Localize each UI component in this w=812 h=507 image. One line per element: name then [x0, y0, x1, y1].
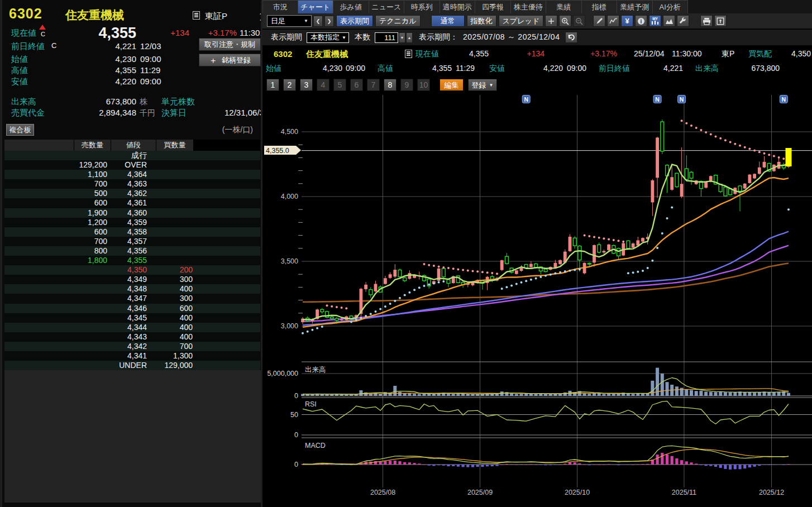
- order-book-row[interactable]: 4,342700: [4, 342, 260, 351]
- page-button-1[interactable]: 1: [266, 79, 279, 91]
- svg-text:50: 50: [290, 411, 298, 419]
- tab-適時開示[interactable]: 適時開示: [440, 0, 476, 13]
- page-button-7[interactable]: 7: [367, 79, 380, 91]
- display-period-button[interactable]: 表示期間: [336, 15, 373, 27]
- document-icon[interactable]: [193, 11, 200, 22]
- page-button-8[interactable]: 8: [384, 79, 397, 91]
- order-book-price: 4,349: [107, 275, 147, 284]
- my-chart-icon[interactable]: MY: [649, 15, 661, 27]
- order-book-row[interactable]: 7004,357: [4, 237, 260, 246]
- count-decrement-button[interactable]: ▼: [399, 32, 405, 43]
- page-button-3[interactable]: 3: [300, 79, 313, 91]
- prev-close-date: 12/03: [140, 41, 161, 51]
- tab-四季報[interactable]: 四季報: [475, 0, 511, 13]
- trendline-icon[interactable]: [607, 15, 619, 27]
- prev-button[interactable]: ❮: [313, 16, 323, 27]
- page-button-4[interactable]: 4: [317, 79, 329, 91]
- order-book-row[interactable]: 5004,362: [4, 189, 260, 198]
- tab-チャート[interactable]: チャート: [298, 0, 334, 13]
- page-button-9[interactable]: 9: [400, 79, 413, 91]
- order-book-sell: 700: [4, 179, 107, 189]
- order-book-buy: [147, 227, 193, 237]
- pencil-icon[interactable]: [593, 15, 605, 27]
- order-book-row[interactable]: 成行: [4, 151, 260, 160]
- display-range-label: 表示期間：: [419, 32, 458, 42]
- open-time: 09:00: [140, 54, 161, 64]
- technical-button[interactable]: テクニカル: [375, 15, 421, 27]
- order-book-row[interactable]: 4,344400: [4, 323, 260, 332]
- order-book-row[interactable]: 1,1004,364: [4, 170, 260, 179]
- svg-text:N: N: [524, 96, 528, 103]
- trade-caution-button[interactable]: 取引注意・規制: [199, 38, 261, 51]
- order-book-row[interactable]: 6004,361: [4, 198, 260, 208]
- order-book-row[interactable]: 129,200OVER: [4, 160, 260, 170]
- order-book-row[interactable]: 4,350200: [4, 265, 260, 275]
- order-book-row[interactable]: 1,2004,359: [4, 218, 260, 227]
- reset-period-button[interactable]: [565, 32, 577, 43]
- bar-count-label: 本数: [355, 32, 370, 42]
- tab-AI分析[interactable]: AI分析: [653, 0, 689, 13]
- order-book-row[interactable]: 4,349300: [4, 275, 260, 284]
- tab-株主優待[interactable]: 株主優待: [511, 0, 547, 13]
- chart-change: +134: [511, 49, 544, 58]
- timeframe-select[interactable]: 日足▼: [267, 15, 312, 27]
- period-mode-select[interactable]: 本数指定▼: [307, 32, 349, 43]
- tab-ニュース[interactable]: ニュース: [369, 0, 405, 13]
- order-book-row[interactable]: 4,3411,300: [4, 351, 260, 361]
- tab-業績予測[interactable]: 業績予測: [617, 0, 653, 13]
- svg-text:N: N: [655, 96, 660, 103]
- area-chart-icon[interactable]: [663, 15, 675, 27]
- tab-市況[interactable]: 市況: [262, 0, 298, 13]
- order-book-row[interactable]: 8004,356: [4, 246, 260, 256]
- composite-board-button[interactable]: 複合板: [6, 124, 34, 136]
- volume-unit: 株: [140, 97, 147, 107]
- wrench-icon[interactable]: [677, 15, 689, 27]
- tab-時系列[interactable]: 時系列: [404, 0, 440, 13]
- edit-button[interactable]: 編集: [440, 79, 464, 91]
- page-button-10[interactable]: 10: [417, 79, 430, 91]
- order-book-buy: 400: [147, 284, 193, 294]
- plus-icon[interactable]: [545, 15, 557, 27]
- count-increment-button[interactable]: ▲: [406, 32, 413, 43]
- order-book-buy: 400: [147, 313, 193, 323]
- bid-quote-label: 買気配: [748, 49, 772, 59]
- svg-text:MACD: MACD: [305, 442, 326, 449]
- page-button-6[interactable]: 6: [350, 79, 363, 91]
- normal-button[interactable]: 通常: [431, 15, 465, 27]
- tab-業績[interactable]: 業績: [546, 0, 582, 13]
- order-book-row[interactable]: 4,347300: [4, 294, 260, 303]
- order-book-buy: 600: [147, 304, 193, 313]
- tab-指標[interactable]: 指標: [582, 0, 618, 13]
- document-icon[interactable]: [405, 50, 412, 60]
- next-button[interactable]: ❯: [324, 16, 334, 27]
- printer-icon[interactable]: [700, 15, 713, 27]
- order-book-row[interactable]: 7004,363: [4, 179, 260, 189]
- order-book-sell: [4, 313, 107, 323]
- chart-open-label: 始値: [266, 64, 281, 74]
- info-icon[interactable]: i: [635, 15, 647, 27]
- order-book-row[interactable]: 4,346600: [4, 304, 260, 313]
- up-arrow-icon: [39, 25, 46, 30]
- order-book-row[interactable]: 4,348400: [4, 284, 260, 294]
- order-book-row[interactable]: 6004,358: [4, 227, 260, 237]
- order-book-row[interactable]: 1,9004,360: [4, 208, 260, 218]
- export-icon[interactable]: [714, 15, 727, 27]
- zoom-out-icon[interactable]: [573, 15, 585, 27]
- order-book-row[interactable]: 4,343400: [4, 332, 260, 342]
- page-button-2[interactable]: 2: [283, 79, 296, 91]
- bar-count-input[interactable]: 111: [375, 32, 398, 43]
- indexed-button[interactable]: 指数化: [467, 15, 496, 27]
- register-button[interactable]: 登録▼: [468, 79, 497, 91]
- zoom-in-icon[interactable]: [559, 15, 571, 27]
- page-button-5[interactable]: 5: [333, 79, 346, 91]
- order-book-row[interactable]: UNDER129,000: [4, 361, 260, 370]
- order-book-price: 成行: [107, 151, 147, 160]
- order-book-buy: 300: [147, 275, 193, 284]
- add-to-watchlist-button[interactable]: ＋銘柄登録: [199, 54, 261, 66]
- tab-歩み値[interactable]: 歩み値: [333, 0, 369, 13]
- order-book-row[interactable]: 1,8004,355: [4, 256, 260, 265]
- order-book-row[interactable]: 4,345400: [4, 313, 260, 323]
- yen-icon[interactable]: ¥: [621, 15, 633, 27]
- price-chart[interactable]: 2025/082025/092025/102025/112025/124,500…: [262, 94, 812, 507]
- spread-button[interactable]: スプレッド: [499, 15, 544, 27]
